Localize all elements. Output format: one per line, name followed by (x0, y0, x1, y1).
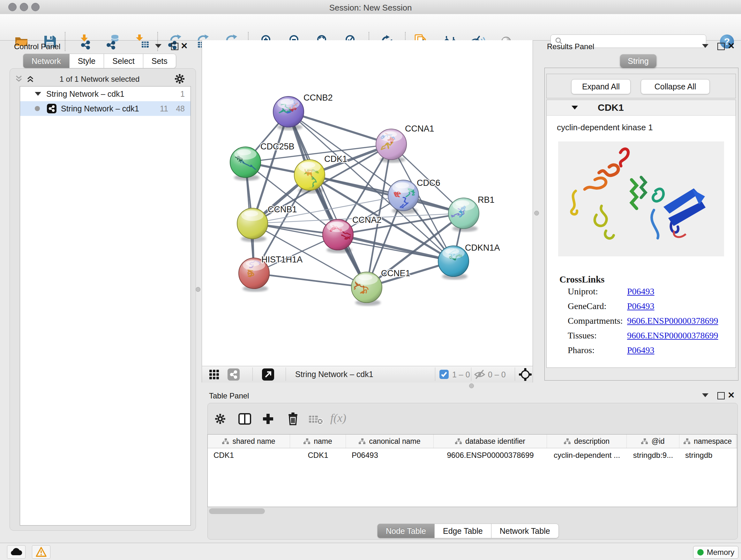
table-horizontal-scrollbar[interactable] (209, 508, 265, 514)
crosslink-label: Tissues: (568, 330, 627, 341)
bottom-splitter-handle[interactable] (469, 383, 474, 388)
collection-disclosure-icon[interactable] (35, 92, 41, 96)
table-panel-float-icon[interactable] (718, 392, 725, 399)
protein-structure-image (558, 141, 724, 256)
function-builder-icon[interactable]: f(x) (330, 411, 346, 425)
network-node-CDC6[interactable] (388, 180, 419, 214)
network-status-dot-icon (35, 106, 40, 111)
tab-style[interactable]: Style (70, 54, 105, 68)
left-splitter-handle[interactable] (196, 287, 200, 292)
results-panel-float-icon[interactable] (718, 43, 725, 50)
delete-column-trash-icon[interactable] (286, 412, 299, 427)
selected-checkbox-icon[interactable] (440, 370, 449, 379)
tab-network-table[interactable]: Network Table (491, 523, 559, 538)
crosslink-row: GeneCard:P06493 (568, 301, 727, 316)
tab-network[interactable]: Network (23, 54, 70, 68)
memory-button[interactable]: Memory (693, 546, 738, 559)
tab-select[interactable]: Select (104, 54, 143, 68)
show-columns-icon[interactable] (238, 413, 252, 427)
netbar-separator (471, 368, 471, 381)
crosslink-value-link[interactable]: 9606.ENSP00000378699 (627, 330, 718, 340)
table-panel-title: Table Panel (209, 391, 249, 400)
import-network-database-icon[interactable] (105, 33, 121, 50)
hidden-eye-icon[interactable] (474, 369, 485, 381)
column-header-name[interactable]: name (290, 435, 346, 448)
title-bar: Session: New Session (0, 0, 741, 14)
network-node-CCNB1[interactable] (237, 208, 268, 242)
fit-selected-crosshair-icon[interactable] (519, 368, 532, 382)
column-header-@id[interactable]: @id (627, 435, 679, 448)
control-panel-menu-icon[interactable] (155, 44, 161, 48)
table-cell: stringdb:9... (627, 448, 679, 462)
edge-CCNB2-CCNA1[interactable] (288, 112, 391, 144)
control-panel-float-icon[interactable] (171, 43, 179, 50)
expand-all-button[interactable]: Expand All (571, 79, 630, 94)
network-node-CCNA1[interactable] (376, 129, 407, 163)
network-share-view-icon[interactable] (227, 368, 240, 381)
crosslinks-list: Uniprot:P06493GeneCard:P06493Compartment… (568, 287, 727, 360)
control-panel-close-icon[interactable]: ✕ (181, 42, 188, 51)
crosslink-value-link[interactable]: P06493 (627, 301, 655, 311)
delete-table-icon[interactable] (308, 415, 324, 427)
network-view-title: String Network – cdk1 (295, 370, 374, 379)
window-title: Session: New Session (0, 3, 741, 13)
column-header-shared-name[interactable]: shared name (208, 435, 290, 448)
add-column-icon[interactable] (262, 413, 274, 427)
crosslink-label: Pharos: (568, 345, 627, 355)
network-graph[interactable]: CCNB2CCNA1CDC25BCDK1CDC6RB1CCNB1CCNA2CDK… (202, 40, 533, 365)
table-type-tabs: Node TableEdge TableNetwork Table (377, 523, 559, 538)
network-node-CDKN1A[interactable] (438, 246, 469, 280)
column-header-database-identifier[interactable]: database identifier (434, 435, 547, 448)
table-cell: P06493 (346, 448, 434, 462)
gene-card-header[interactable]: CDK1 (547, 100, 736, 116)
network-node-CDK1[interactable] (294, 160, 325, 195)
status-bar (0, 543, 741, 560)
table-options-gear-icon[interactable] (214, 413, 226, 427)
results-panel-title: Results Panel (547, 42, 594, 51)
grid-view-icon[interactable] (209, 369, 219, 381)
tab-sets[interactable]: Sets (143, 54, 176, 68)
control-panel-tabs: NetworkStyleSelectSets (23, 54, 176, 68)
node-label-CDC6: CDC6 (417, 178, 441, 188)
network-collection-row[interactable]: String Network – cdk1 1 (20, 86, 191, 101)
import-network-file-icon[interactable] (77, 33, 94, 50)
network-list-options-gear-icon[interactable] (174, 73, 186, 86)
table-panel-close-icon[interactable]: ✕ (728, 391, 735, 400)
crosslink-label: Compartments: (568, 316, 627, 326)
node-label-CCNB1: CCNB1 (268, 205, 297, 214)
cloud-icon (10, 548, 23, 557)
tab-string[interactable]: String (620, 54, 657, 68)
import-table-file-icon[interactable] (134, 33, 151, 50)
tab-node-table[interactable]: Node Table (377, 523, 434, 538)
column-header-description[interactable]: description (547, 435, 627, 448)
network-node-CCNA2[interactable] (323, 219, 353, 253)
warnings-button[interactable] (32, 545, 51, 559)
cloud-status-button[interactable] (7, 545, 25, 559)
network-node-CDC25B[interactable] (230, 147, 261, 181)
crosslink-value-link[interactable]: 9606.ENSP00000378699 (627, 316, 718, 326)
results-panel-close-icon[interactable]: ✕ (728, 42, 735, 51)
crosslink-row: Compartments:9606.ENSP00000378699 (568, 316, 727, 330)
gene-symbol: CDK1 (598, 102, 624, 113)
table-panel-menu-icon[interactable] (702, 393, 709, 397)
tab-edge-table[interactable]: Edge Table (434, 523, 491, 538)
network-list: String Network – cdk1 1 String Network –… (20, 86, 191, 525)
network-row[interactable]: String Network – cdk1 11 48 (20, 101, 191, 116)
crosslink-value-link[interactable]: P06493 (627, 345, 655, 355)
right-splitter-handle[interactable] (534, 211, 539, 215)
network-node-CCNE1[interactable] (350, 272, 382, 306)
crosslink-value-link[interactable]: P06493 (627, 287, 655, 296)
birds-eye-view-icon[interactable] (262, 368, 274, 381)
table-row[interactable]: CDK1CDK1P064939606.ENSP00000378699cyclin… (208, 448, 737, 462)
results-panel-menu-icon[interactable] (702, 44, 709, 48)
edge-CDK1-RB1[interactable] (310, 175, 464, 213)
column-header-namespace[interactable]: namespace (679, 435, 736, 448)
crosslink-row: Pharos:P06493 (568, 345, 727, 360)
crosslink-row: Uniprot:P06493 (568, 287, 727, 301)
network-node-RB1[interactable] (448, 198, 479, 232)
edge-CCNE1-HIST1H1A[interactable] (254, 273, 367, 287)
network-canvas[interactable]: CCNB2CCNA1CDC25BCDK1CDC6RB1CCNB1CCNA2CDK… (202, 40, 533, 366)
column-header-canonical-name[interactable]: canonical name (346, 435, 434, 448)
collapse-all-button[interactable]: Collapse All (641, 79, 710, 94)
gene-disclosure-icon[interactable] (571, 106, 578, 110)
